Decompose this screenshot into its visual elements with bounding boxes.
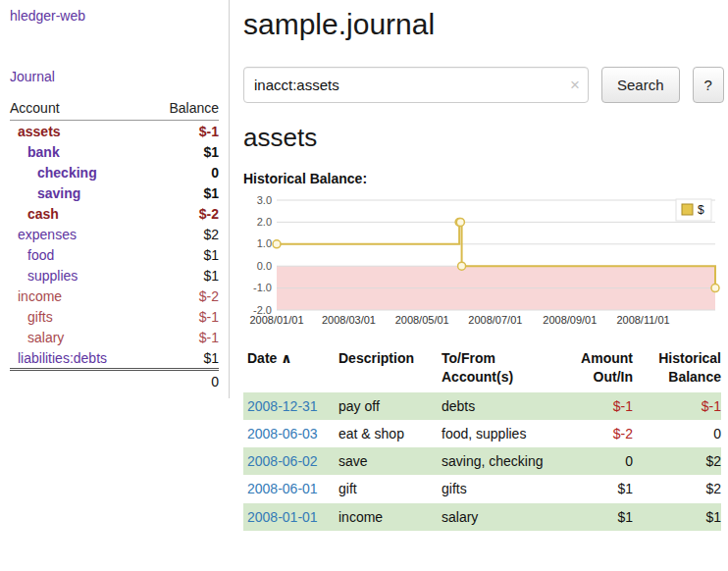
account-link-bank[interactable]: bank (27, 144, 60, 160)
accounts-header-account: Account (10, 98, 148, 121)
register-header-row: Date ∧ Description To/From Account(s) Am… (243, 347, 721, 392)
accounts-total-spacer (10, 370, 148, 392)
register-row: 2008-06-01giftgifts$1$2 (243, 475, 721, 502)
app-title-link[interactable]: hledger-web (10, 8, 219, 24)
col-header-date[interactable]: Date ∧ (243, 347, 338, 392)
x-tick-label: 2008/03/01 (322, 314, 376, 326)
register-accounts-cell: debts (442, 392, 557, 420)
journal-link[interactable]: Journal (10, 69, 219, 84)
account-link-checking[interactable]: checking (37, 165, 97, 181)
account-name-cell: assets (10, 121, 148, 142)
y-tick-label: 3.0 (257, 194, 272, 206)
account-name-cell: cash (10, 203, 148, 224)
register-amount-cell: $1 (557, 475, 633, 502)
x-tick-label: 2008/09/01 (543, 314, 597, 326)
transaction-date-link[interactable]: 2008-06-03 (247, 426, 318, 441)
account-balance: $-1 (148, 327, 219, 347)
register-row: 2008-06-03eat & shopfood, supplies$-20 (243, 420, 721, 447)
register-balance-cell: $2 (633, 475, 721, 502)
account-name-cell: food (10, 244, 148, 265)
account-link-salary[interactable]: salary (27, 330, 64, 345)
search-input[interactable] (243, 67, 589, 103)
register-accounts-cell: saving, checking (442, 447, 557, 475)
register-row: 2008-01-01incomesalary$1$1 (243, 503, 721, 531)
accounts-table: Account Balance assets$-1bank$1checking0… (10, 98, 219, 392)
account-name-cell: income (10, 286, 148, 306)
search-form: × Search ? (243, 67, 724, 103)
clear-search-icon[interactable]: × (570, 77, 580, 93)
account-name-cell: checking (10, 162, 148, 182)
account-link-liabilities-debts[interactable]: liabilities:debts (18, 350, 107, 366)
x-tick-label: 2008/07/01 (468, 314, 522, 326)
account-link-cash[interactable]: cash (27, 206, 59, 222)
register-description-cell: income (338, 503, 442, 531)
register-amount-cell: $-2 (557, 420, 633, 447)
data-point-marker (456, 218, 464, 226)
transaction-date-link[interactable]: 2008-01-01 (247, 509, 318, 525)
help-button[interactable]: ? (693, 67, 724, 103)
account-row: gifts$-1 (10, 306, 219, 327)
account-balance: 0 (148, 162, 219, 182)
sort-ascending-icon: ∧ (281, 350, 291, 366)
account-balance: $2 (148, 224, 219, 244)
search-button[interactable]: Search (601, 67, 680, 103)
register-table: Date ∧ Description To/From Account(s) Am… (243, 347, 721, 531)
account-name-cell: gifts (10, 306, 148, 327)
register-balance-cell: $-1 (633, 392, 721, 420)
account-link-food[interactable]: food (27, 247, 54, 263)
register-amount-cell: $1 (557, 503, 633, 531)
account-balance: $1 (148, 182, 219, 203)
register-date-cell: 2008-06-03 (243, 420, 338, 447)
account-balance: $-1 (148, 306, 219, 327)
register-row: 2008-06-02savesaving, checking0$2 (243, 447, 721, 475)
account-link-assets[interactable]: assets (18, 124, 61, 139)
register-amount-cell: 0 (557, 447, 633, 475)
account-row: cash$-2 (10, 203, 219, 224)
accounts-header-row: Account Balance (10, 98, 219, 121)
register-description-cell: gift (338, 475, 442, 502)
register-date-cell: 2008-12-31 (243, 392, 338, 420)
page-title: sample.journal (243, 8, 724, 41)
x-tick-label: 2008/05/01 (395, 314, 449, 326)
account-balance: $1 (148, 265, 219, 286)
account-link-gifts[interactable]: gifts (27, 309, 53, 325)
register-description-cell: pay off (338, 392, 442, 420)
account-name-cell: bank (10, 141, 148, 162)
account-link-income[interactable]: income (18, 288, 62, 304)
account-heading: assets (243, 123, 724, 153)
page: hledger-web Journal Account Balance asse… (0, 0, 728, 571)
transaction-date-link[interactable]: 2008-06-01 (247, 481, 318, 496)
account-row: expenses$2 (10, 224, 219, 244)
data-point-marker (273, 240, 281, 248)
account-balance: $-2 (148, 286, 219, 306)
account-row: assets$-1 (10, 121, 219, 142)
legend-box (676, 199, 711, 221)
account-row: supplies$1 (10, 265, 219, 286)
data-point-marker (711, 285, 719, 292)
register-balance-cell: $2 (633, 447, 721, 475)
register-row: 2008-12-31pay offdebts$-1$-1 (243, 392, 721, 420)
account-name-cell: supplies (10, 265, 148, 286)
register-accounts-cell: food, supplies (442, 420, 557, 447)
register-date-cell: 2008-06-02 (243, 447, 338, 475)
col-header-amount: Amount Out/In (557, 347, 633, 392)
y-tick-label: 0.0 (257, 260, 272, 272)
register-amount-cell: $-1 (557, 392, 633, 420)
account-row: food$1 (10, 244, 219, 265)
col-header-date-label: Date (247, 350, 277, 366)
account-balance: $1 (148, 347, 219, 370)
account-link-saving[interactable]: saving (37, 185, 80, 201)
account-name-cell: expenses (10, 224, 148, 244)
account-row: liabilities:debts$1 (10, 347, 219, 370)
register-accounts-cell: salary (442, 503, 557, 531)
account-balance: $1 (148, 141, 219, 162)
y-tick-label: -1.0 (253, 282, 272, 293)
legend-label: $ (698, 203, 704, 217)
col-header-description: Description (338, 347, 442, 392)
account-row: checking0 (10, 162, 219, 182)
account-link-supplies[interactable]: supplies (27, 268, 78, 284)
account-link-expenses[interactable]: expenses (18, 227, 77, 242)
transaction-date-link[interactable]: 2008-12-31 (247, 398, 318, 414)
legend-swatch (682, 204, 693, 215)
transaction-date-link[interactable]: 2008-06-02 (247, 453, 318, 469)
